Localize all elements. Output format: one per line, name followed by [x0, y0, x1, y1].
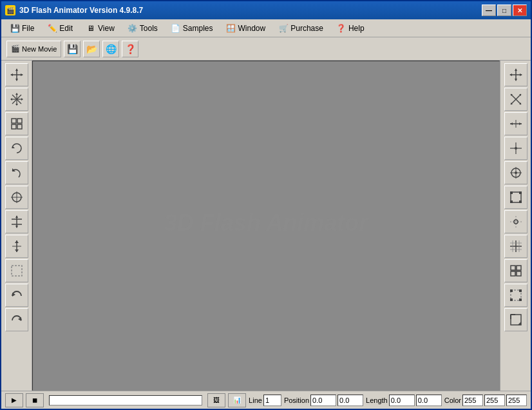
svg-marker-87: [518, 322, 521, 325]
color-field: Color: [444, 395, 527, 406]
tool-undo[interactable]: [5, 284, 28, 307]
maximize-button[interactable]: □: [497, 5, 511, 16]
web-button[interactable]: 🌐: [102, 41, 119, 57]
align-v-icon: [10, 239, 24, 253]
menu-purchase-label: Purchase: [290, 24, 323, 33]
tool-space[interactable]: [5, 210, 28, 233]
svg-marker-11: [15, 104, 18, 106]
r-tool-cross[interactable]: [504, 235, 527, 258]
main-window: 🎬 3D Flash Animator Version 4.9.8.7 — □ …: [0, 0, 532, 410]
menu-tools[interactable]: ⚙️ Tools: [122, 21, 164, 36]
r-move-icon: [509, 68, 523, 82]
menu-samples[interactable]: 📄 Samples: [165, 21, 219, 36]
open-button[interactable]: 📂: [83, 41, 100, 57]
save-button[interactable]: 💾: [64, 41, 81, 57]
svg-marker-2: [15, 68, 18, 71]
status-icon-4: 📊: [233, 396, 241, 404]
status-bar: ▶ ◼ 🖼 📊 Line Position Length Color: [1, 391, 531, 409]
tool-anchor[interactable]: [5, 186, 28, 209]
svg-rect-16: [12, 124, 16, 129]
color-b-input[interactable]: [506, 395, 527, 406]
menu-purchase[interactable]: 🛒 Purchase: [272, 21, 329, 36]
tool-rotate[interactable]: [5, 137, 28, 160]
menu-window[interactable]: 🪟 Window: [220, 21, 272, 36]
r-grid-icon: [509, 264, 523, 278]
svg-rect-81: [519, 289, 522, 292]
tools-icon: ⚙️: [128, 23, 138, 34]
status-icon-1: ▶: [12, 396, 17, 404]
length-field: Length: [366, 395, 442, 406]
svg-marker-5: [21, 73, 23, 76]
svg-marker-50: [519, 122, 522, 125]
r-tool-center[interactable]: [504, 161, 527, 184]
tool-select-rect[interactable]: [5, 259, 28, 282]
svg-rect-83: [519, 298, 522, 301]
color-g-input[interactable]: [484, 395, 505, 406]
tool-align-v[interactable]: [5, 235, 28, 258]
left-toolbar: [1, 61, 32, 391]
status-btn-1[interactable]: ▶: [5, 393, 23, 407]
right-toolbar: [500, 61, 531, 391]
svg-marker-18: [12, 146, 15, 148]
r-tool-corner[interactable]: [504, 308, 527, 331]
r-tool-move[interactable]: [504, 63, 527, 86]
svg-marker-30: [15, 240, 19, 243]
tool-move[interactable]: [5, 63, 28, 86]
r-resize-icon: [509, 190, 523, 204]
status-btn-2[interactable]: ◼: [26, 393, 44, 407]
window-title: 3D Flash Animator Version 4.9.8.7: [19, 6, 143, 15]
r-tool-box[interactable]: [504, 284, 527, 307]
menu-view[interactable]: 🖥 View: [80, 21, 120, 36]
svg-rect-76: [517, 271, 521, 276]
svg-marker-27: [15, 215, 18, 218]
r-tool-move4[interactable]: [504, 137, 527, 160]
minimize-button[interactable]: —: [482, 5, 496, 16]
toolbar-help-button[interactable]: ❓: [122, 41, 138, 57]
r-tool-dots[interactable]: [504, 210, 527, 233]
status-progress-bar: [49, 395, 202, 405]
svg-rect-80: [510, 289, 513, 292]
tool-redo[interactable]: [5, 308, 28, 331]
line-input[interactable]: [263, 395, 281, 406]
app-icon: 🎬: [5, 5, 15, 15]
title-bar-left: 🎬 3D Flash Animator Version 4.9.8.7: [5, 5, 143, 15]
r-tool-grid[interactable]: [504, 259, 527, 282]
menu-edit[interactable]: ✏️ Edit: [41, 21, 79, 36]
line-label: Line: [249, 396, 262, 404]
new-movie-button[interactable]: 🎬 New Movie: [6, 41, 61, 57]
web-icon: 🌐: [106, 44, 117, 54]
r-dots-icon: [509, 215, 523, 229]
menu-window-label: Window: [238, 24, 266, 33]
svg-marker-10: [15, 93, 18, 95]
r-tool-expand-h[interactable]: [504, 112, 527, 135]
tool-rotate-free[interactable]: [5, 161, 28, 184]
status-btn-4[interactable]: 📊: [228, 393, 246, 407]
pos-y-input[interactable]: [337, 395, 363, 406]
window-icon: 🪟: [226, 23, 236, 34]
svg-rect-73: [511, 266, 515, 270]
svg-marker-3: [15, 79, 18, 81]
menu-help-label: Help: [348, 24, 365, 33]
svg-rect-17: [17, 124, 22, 129]
color-label: Color: [444, 396, 461, 404]
length-input-1[interactable]: [389, 395, 415, 406]
r-tool-diagonal[interactable]: [504, 88, 527, 111]
menu-help[interactable]: ❓ Help: [330, 21, 370, 36]
canvas-area[interactable]: 3D Flash Animator: [32, 61, 500, 391]
svg-marker-34: [12, 293, 15, 297]
r-tool-resize[interactable]: [504, 186, 527, 209]
purchase-icon: 🛒: [278, 23, 289, 34]
svg-rect-33: [12, 266, 22, 276]
r-corner-icon: [509, 313, 523, 327]
pos-x-input[interactable]: [310, 395, 336, 406]
svg-marker-13: [21, 98, 23, 101]
close-button[interactable]: ✕: [513, 5, 527, 16]
color-r-input[interactable]: [462, 395, 483, 406]
length-input-2[interactable]: [416, 395, 442, 406]
status-btn-3[interactable]: 🖼: [207, 393, 225, 407]
menu-file[interactable]: 💾 File: [4, 21, 40, 36]
tool-expand[interactable]: [5, 112, 28, 135]
new-movie-icon: 🎬: [11, 44, 20, 53]
expand-icon: [10, 117, 24, 131]
tool-move-all[interactable]: [5, 88, 28, 111]
